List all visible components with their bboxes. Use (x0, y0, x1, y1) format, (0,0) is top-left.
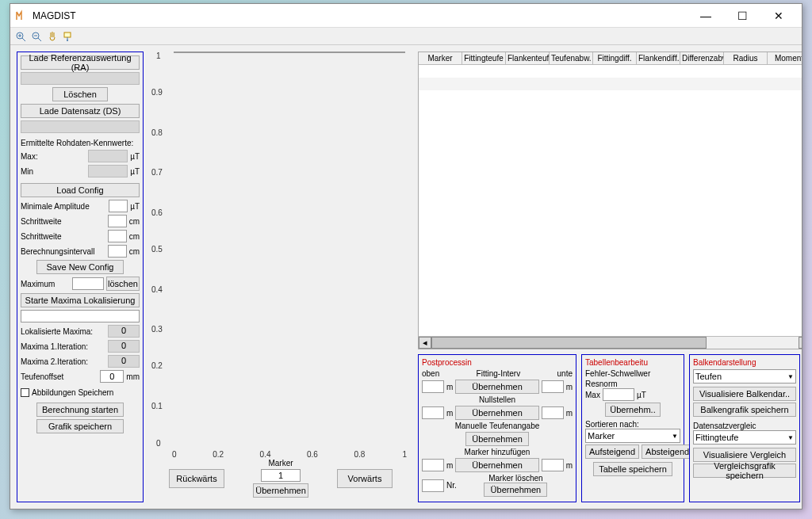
bottom-panels: Postprocessin obenFitting-Intervunte mÜb… (418, 354, 802, 502)
save-config-button[interactable]: Save New Config (36, 260, 124, 274)
markadd-take-button[interactable]: Übernehmen (455, 458, 538, 472)
xtick: 0.8 (354, 450, 365, 459)
xtick: 0.6 (307, 450, 318, 459)
schritt2-input[interactable] (108, 230, 127, 242)
hscrollbar[interactable]: ◂ ▸ (419, 336, 802, 349)
forward-button[interactable]: Vorwärts (337, 469, 393, 488)
ut-unit: µT (130, 167, 140, 176)
manteufe-label: Manuelle Teufenangabe (455, 422, 540, 430)
table-column-header[interactable]: Teufenabw. (550, 52, 593, 64)
markdel-take-button[interactable]: Übernehmen (484, 483, 547, 497)
tabmax-input[interactable] (603, 388, 634, 401)
load-ra-button[interactable]: Lade Referenzauswertung (RA) (21, 55, 140, 70)
nr-unit: Nr. (446, 481, 457, 490)
markadd-label: Marker hinzufügen (465, 448, 530, 456)
table-column-header[interactable]: Flankenteufe (506, 52, 550, 64)
save-bar-button[interactable]: Balkengrafik speichern (693, 403, 796, 417)
markadd-oben-input[interactable] (422, 459, 444, 471)
back-button[interactable]: Rückwärts (169, 469, 224, 488)
table-save-button[interactable]: Tabelle speichern (593, 462, 672, 476)
axes-container: 1 0.9 0.8 0.7 0.6 0.5 0.4 0.3 0.2 0.1 0 … (150, 52, 412, 454)
start-maxima-button[interactable]: Starte Maxima Lokalisierung (21, 293, 140, 307)
berechint-input[interactable] (108, 245, 127, 258)
minamp-input[interactable] (109, 200, 128, 212)
table-header: MarkerFittingteufeFlankenteufeTeufenabw.… (419, 52, 802, 65)
maximize-button[interactable]: ☐ (724, 4, 760, 28)
datacursor-icon[interactable] (61, 29, 75, 44)
ytick: 0.7 (151, 168, 163, 177)
bar-select[interactable]: Teufen▼ (693, 369, 796, 384)
compare-select[interactable]: Fittingteufe▼ (693, 430, 796, 445)
markdel-nr-input[interactable] (422, 479, 444, 492)
maximum-delete-button[interactable]: löschen (106, 277, 140, 291)
min-label: Min (21, 167, 86, 176)
cm-unit: cm (129, 247, 140, 256)
ytick: 0.6 (151, 208, 163, 217)
sort-select[interactable]: Marker▼ (585, 429, 680, 443)
rawvals-label: Ermittelte Rohdaten-Kennwerte: (21, 139, 140, 147)
schritt2-label: Schrittweite (21, 232, 105, 241)
berechint-label: Berechnungsintervall (21, 247, 105, 256)
teufenoffset-input[interactable] (100, 370, 124, 383)
minimize-button[interactable]: — (688, 4, 724, 28)
close-button[interactable]: ✕ (760, 4, 797, 28)
fitint-take-button[interactable]: Übernehmen (455, 380, 538, 394)
sort-desc-button[interactable]: Absteigend (642, 445, 693, 459)
table-column-header[interactable]: Radius (724, 52, 768, 64)
sort-asc-button[interactable]: Aufsteigend (585, 445, 639, 459)
schritt1-label: Schrittweite (21, 217, 105, 226)
save-figs-checkbox[interactable] (21, 388, 29, 397)
null-oben-input[interactable] (422, 406, 444, 419)
null-unte-input[interactable] (542, 406, 564, 419)
bar-select-value: Teufen (695, 372, 722, 381)
m-unit: m (566, 409, 573, 418)
null-take-button[interactable]: Übernehmen (455, 406, 538, 420)
save-graphic-button[interactable]: Grafik speichern (36, 419, 124, 433)
scroll-left-icon[interactable]: ◂ (419, 337, 431, 349)
marker-label: Marker (268, 459, 293, 467)
ytick: 0.9 (151, 88, 163, 97)
zoom-in-icon[interactable] (13, 29, 28, 44)
fitint-oben-input[interactable] (422, 380, 444, 393)
manteufe-take-button[interactable]: Übernehmen (465, 432, 529, 446)
visualize-compare-button[interactable]: Visualisiere Vergleich (693, 448, 796, 462)
table-column-header[interactable]: Flankendiff. (637, 52, 680, 64)
fitint-unte-input[interactable] (542, 380, 564, 393)
unte-label: unte (557, 369, 573, 378)
table-column-header[interactable]: Fittingdiff. (593, 52, 637, 64)
marker-take-button[interactable]: Übernehmen (253, 483, 308, 498)
svg-rect-8 (64, 32, 71, 37)
pan-icon[interactable] (45, 29, 59, 44)
table-column-header[interactable]: Moment (768, 52, 802, 64)
pp-title: Postprocessin (422, 358, 573, 367)
tab-take-button[interactable]: Übernehm.. (605, 403, 661, 417)
maxit1-label: Maxima 1.Iteration: (21, 342, 105, 351)
marker-input[interactable] (261, 469, 301, 482)
table-column-header[interactable]: Marker (419, 52, 462, 64)
load-config-button[interactable]: Load Config (21, 183, 140, 197)
visualize-bar-button[interactable]: Visualisiere Balkendar.. (693, 387, 796, 401)
axes[interactable] (174, 52, 405, 53)
load-ds-button[interactable]: Lade Datensatz (DS) (21, 104, 140, 118)
ut-unit: µT (130, 152, 140, 161)
lokmax-label: Lokalisierte Maxima: (21, 327, 105, 336)
ut-unit: µT (637, 391, 646, 399)
delete-button[interactable]: Löschen (52, 87, 108, 101)
maximum-input[interactable] (72, 277, 104, 290)
window-title: MAGDIST (33, 10, 688, 21)
zoom-out-icon[interactable] (29, 29, 44, 44)
start-calc-button[interactable]: Berechnung starten (36, 403, 124, 417)
ut-unit: µT (130, 202, 140, 211)
scroll-thumb[interactable] (431, 337, 707, 349)
save-compare-button[interactable]: Vergleichsgrafik speichern (693, 464, 796, 478)
table-column-header[interactable]: Fittingteufe (462, 52, 506, 64)
table-body (419, 65, 802, 336)
schritt1-input[interactable] (108, 215, 127, 227)
table-column-header[interactable]: Differenzabw. (680, 52, 724, 64)
scroll-right-icon[interactable]: ▸ (799, 337, 802, 349)
dsv-label: Datensatzvergleic (693, 422, 796, 430)
marker-nav: Rückwärts Marker Übernehmen Vorwärts (150, 454, 412, 502)
ytick: 0.5 (151, 245, 163, 254)
markadd-unte-input[interactable] (542, 459, 564, 471)
maxima-log-input[interactable] (21, 310, 140, 322)
